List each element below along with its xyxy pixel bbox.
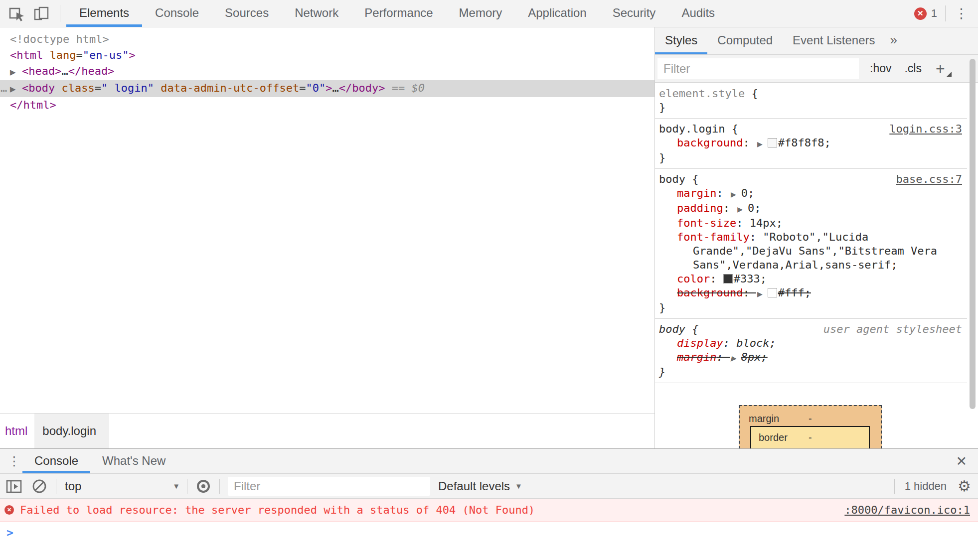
console-prompt[interactable]: > xyxy=(0,522,978,544)
css-rule[interactable]: base.css:7body {margin: ▶0;padding: ▶0;f… xyxy=(655,169,967,319)
console-filter-input[interactable] xyxy=(228,477,430,496)
property-name: display xyxy=(677,337,723,349)
inspect-element-icon[interactable] xyxy=(8,5,25,22)
property-name: background xyxy=(677,137,743,149)
error-source-link[interactable]: :8000/favicon.ico:1 xyxy=(844,504,970,516)
css-property[interactable]: font-size: 14px; xyxy=(655,216,967,230)
stylesheet-link: user agent stylesheet xyxy=(823,322,962,336)
dom-tree-node[interactable]: <html lang="en-us"> xyxy=(0,47,654,63)
expand-arrow-icon[interactable]: ▶ xyxy=(737,202,743,216)
tab-console[interactable]: Console xyxy=(22,449,90,473)
toggle-element-state-button[interactable]: :hov xyxy=(870,62,891,75)
javascript-context-select[interactable]: top ▼ xyxy=(56,479,187,493)
styles-filter-input[interactable] xyxy=(657,58,859,79)
color-swatch[interactable] xyxy=(768,138,777,147)
stylesheet-link[interactable]: login.css:3 xyxy=(889,122,962,136)
property-name: padding xyxy=(677,202,723,214)
stylesheet-link[interactable]: base.css:7 xyxy=(896,172,962,186)
colon: : xyxy=(716,187,730,199)
create-live-expression-icon[interactable] xyxy=(194,477,212,495)
toolbar-divider xyxy=(219,479,220,494)
code-token: lang xyxy=(43,49,76,61)
css-rule[interactable]: login.css:3body.login {background: ▶#f8f… xyxy=(655,119,967,169)
clear-console-icon[interactable] xyxy=(31,478,48,495)
expand-arrow-icon[interactable]: ▶ xyxy=(757,287,763,301)
error-count[interactable]: 1 xyxy=(931,7,937,20)
css-property[interactable]: margin: ▶8px; xyxy=(655,350,967,365)
tab-network[interactable]: Network xyxy=(282,0,351,27)
console-error-message-row[interactable]: ✕ Failed to load resource: the server re… xyxy=(0,499,978,522)
property-name: background xyxy=(677,286,743,299)
css-rule[interactable]: user agent stylesheetbody {display: bloc… xyxy=(655,319,967,383)
breadcrumb-item-html[interactable]: html xyxy=(0,414,34,448)
tab-console[interactable]: Console xyxy=(142,0,212,27)
property-value: "Roboto","Lucida xyxy=(763,231,868,243)
code-token: > xyxy=(326,82,332,94)
show-console-sidebar-icon[interactable] xyxy=(5,478,23,494)
tab-elements[interactable]: Elements xyxy=(66,0,142,27)
code-token: <html xyxy=(10,49,43,61)
expand-arrow-icon[interactable]: ▶ xyxy=(731,351,736,365)
new-style-rule-corner-icon xyxy=(947,72,952,77)
error-badge-icon[interactable]: ✕ xyxy=(914,7,927,20)
new-style-rule-button[interactable]: + xyxy=(936,61,945,77)
expand-arrow-icon[interactable]: ▶ xyxy=(10,64,22,80)
code-token: = xyxy=(299,82,306,94)
css-property[interactable]: margin: ▶0; xyxy=(655,186,967,201)
code-token: = xyxy=(95,82,101,94)
main-area: <!doctype html><html lang="en-us">▶<head… xyxy=(0,27,978,448)
code-token: > xyxy=(129,49,135,61)
property-name: color xyxy=(677,273,710,285)
tab-sources[interactable]: Sources xyxy=(212,0,282,27)
tab-computed[interactable]: Computed xyxy=(707,27,783,54)
css-property[interactable]: padding: ▶0; xyxy=(655,201,967,216)
tab-memory[interactable]: Memory xyxy=(446,0,515,27)
elements-panel: <!doctype html><html lang="en-us">▶<head… xyxy=(0,27,655,448)
more-options-icon[interactable]: ⋮ xyxy=(955,7,968,20)
toolbar-divider xyxy=(945,5,946,21)
css-property[interactable]: background: ▶#fff; xyxy=(655,286,967,301)
scrollbar-thumb[interactable] xyxy=(970,59,976,409)
code-token: </body> xyxy=(339,82,385,94)
css-property[interactable]: color: #333; xyxy=(655,272,967,286)
tab-event-listeners[interactable]: Event Listeners xyxy=(783,27,885,54)
css-property[interactable]: font-family: "Roboto","Lucida xyxy=(655,230,967,244)
code-token: </html> xyxy=(10,99,56,111)
color-swatch[interactable] xyxy=(768,288,777,297)
colon: : xyxy=(750,231,763,243)
console-settings-gear-icon[interactable]: ⚙ xyxy=(958,479,971,494)
box-model-margin-value: - xyxy=(809,413,812,424)
toggle-device-toolbar-icon[interactable] xyxy=(33,5,50,22)
css-property[interactable]: background: ▶#f8f8f8; xyxy=(655,136,967,151)
tab-performance[interactable]: Performance xyxy=(351,0,446,27)
expand-arrow-icon[interactable]: ▶ xyxy=(757,137,763,151)
drawer-menu-icon[interactable]: ⋮ xyxy=(8,454,20,468)
tab-application[interactable]: Application xyxy=(515,0,599,27)
console-toolbar: top ▼ Default levels ▼ 1 hidden ⚙ xyxy=(0,474,978,499)
dom-tree-node[interactable]: …▶<body class=" login" data-admin-utc-of… xyxy=(0,80,654,97)
box-model-margin: margin - border - xyxy=(739,405,882,448)
breadcrumb-item-body-login[interactable]: body.login xyxy=(34,414,109,448)
property-value: #fff; xyxy=(778,286,811,299)
close-drawer-icon[interactable]: ✕ xyxy=(952,449,971,473)
tab-security[interactable]: Security xyxy=(600,0,669,27)
element-classes-button[interactable]: .cls xyxy=(904,62,922,75)
expand-arrow-icon[interactable]: ▶ xyxy=(10,81,22,97)
open-brace: { xyxy=(685,323,699,335)
tab-whats-new[interactable]: What's New xyxy=(90,449,177,473)
dom-tree-node[interactable]: <!doctype html> xyxy=(0,31,654,47)
tab-styles[interactable]: Styles xyxy=(655,27,707,54)
expand-arrow-icon[interactable]: ▶ xyxy=(731,187,736,201)
rule-selector[interactable]: element.style { xyxy=(655,87,967,101)
css-property[interactable]: display: block; xyxy=(655,336,967,350)
log-levels-select[interactable]: Default levels ▼ xyxy=(438,479,522,493)
tab-audits[interactable]: Audits xyxy=(668,0,728,27)
css-rule[interactable]: element.style {} xyxy=(655,83,967,119)
dom-tree-node[interactable]: </html> xyxy=(0,97,654,113)
color-swatch[interactable] xyxy=(723,274,733,283)
dom-tree-node[interactable]: ▶<head>…</head> xyxy=(0,63,654,80)
overflow-tabs-icon[interactable]: » xyxy=(885,27,902,54)
styles-scrollbar[interactable] xyxy=(967,27,978,448)
colon: : xyxy=(723,337,737,349)
code-token: class xyxy=(55,82,94,94)
